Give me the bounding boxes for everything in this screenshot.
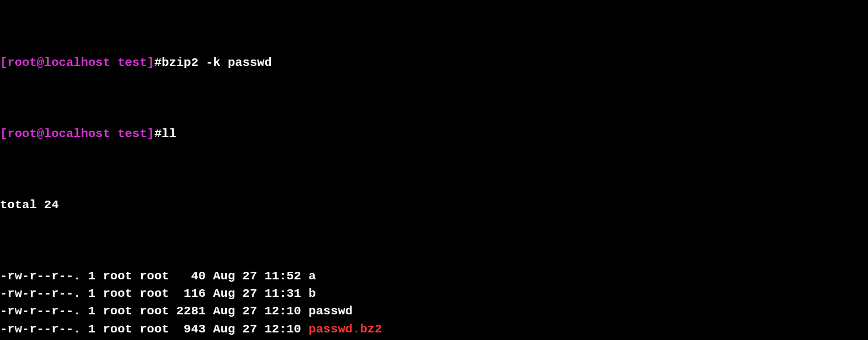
file-name: passwd.bz2 xyxy=(308,323,382,336)
prompt-line-2: [root@localhost test]#ll xyxy=(0,125,868,143)
file-listing-row: -rw-r--r--. 1 root root 116 Aug 27 11:31… xyxy=(0,285,868,303)
hash: # xyxy=(154,56,162,69)
bracket-open: [ xyxy=(0,56,8,69)
hash: # xyxy=(154,127,162,141)
bracket-open: [ xyxy=(0,127,8,141)
bracket-close: ] xyxy=(147,127,154,141)
user-host: root@localhost xyxy=(8,127,110,141)
file-name: passwd xyxy=(308,304,353,318)
path: test xyxy=(110,127,147,141)
total-line-1: total 24 xyxy=(0,197,868,214)
terminal-output[interactable]: [root@localhost test]#bzip2 -k passwd [r… xyxy=(0,1,868,340)
command-text: ll xyxy=(161,127,176,141)
prompt-line-1: [root@localhost test]#bzip2 -k passwd xyxy=(0,54,868,72)
path: test xyxy=(110,56,147,69)
file-name: a xyxy=(308,269,316,283)
file-listing-row: -rw-r--r--. 1 root root 40 Aug 27 11:52 … xyxy=(0,268,868,285)
command-text: bzip2 -k passwd xyxy=(161,56,272,69)
file-name: b xyxy=(308,287,316,300)
user-host: root@localhost xyxy=(8,56,110,69)
bracket-close: ] xyxy=(147,56,154,69)
file-listing-row: -rw-r--r--. 1 root root 2281 Aug 27 12:1… xyxy=(0,303,868,320)
file-listing-row: -rw-r--r--. 1 root root 943 Aug 27 12:10… xyxy=(0,321,868,338)
